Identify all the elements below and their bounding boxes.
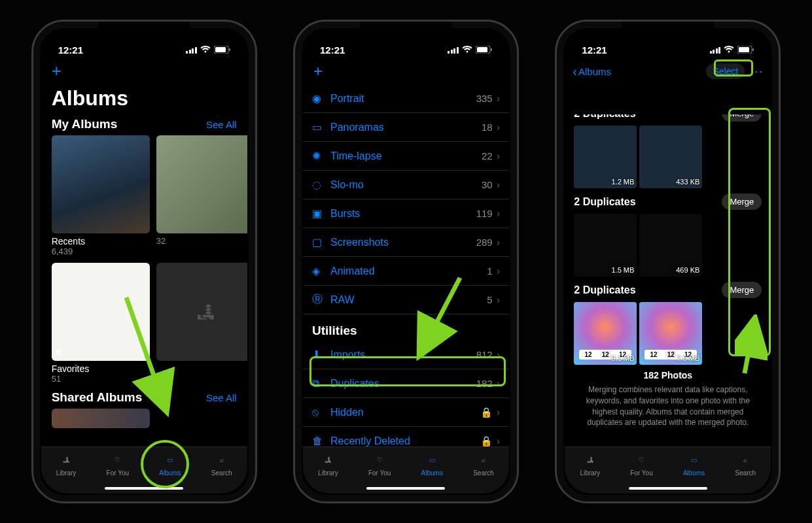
duplicate-thumb[interactable]: 12 12 127.9 MB: [639, 302, 702, 365]
see-all-link[interactable]: See All: [206, 119, 237, 130]
duplicates-icon: ⧉: [312, 378, 330, 390]
row-recently-deleted[interactable]: 🗑Recently Deleted🔒›: [303, 427, 509, 447]
group-title: 2 Duplicates: [574, 284, 635, 296]
signal-icon: [186, 47, 197, 54]
row-raw[interactable]: ⓇRAW5›: [303, 286, 509, 314]
nav-bar: ‹Albums Select ⋯: [565, 58, 771, 84]
timelapse-icon: ✺: [312, 150, 330, 162]
merge-button[interactable]: Merge: [722, 282, 762, 298]
duplicate-group: 2 Duplicates Merge 1.5 MB 469 KB: [565, 194, 771, 277]
duplicate-thumb[interactable]: 1.2 MB: [574, 126, 637, 188]
page-title: Duplicates: [565, 84, 771, 114]
add-button[interactable]: +: [52, 61, 237, 81]
row-imports[interactable]: ⬇Imports812›: [303, 341, 509, 369]
more-button[interactable]: ⋯: [750, 63, 763, 79]
home-indicator[interactable]: [105, 487, 183, 490]
tab-search[interactable]: ⌕Search: [735, 451, 756, 477]
screen: 12:21 + Albums My Albums See All Recents: [41, 29, 247, 494]
screen: 12:21 ‹Albums Select ⋯ Duplicates 2 Dupl…: [565, 29, 771, 494]
svg-rect-5: [477, 47, 487, 52]
tab-for-you[interactable]: ♡For You: [630, 451, 652, 477]
svg-rect-2: [229, 48, 230, 51]
row-bursts[interactable]: ▣Bursts119›: [303, 199, 509, 228]
signal-icon: [448, 47, 459, 54]
imports-icon: ⬇: [312, 348, 330, 361]
tab-search[interactable]: ⌕Search: [473, 451, 494, 477]
slomo-icon: ◌: [312, 178, 330, 191]
duplicate-thumb[interactable]: 1.5 MB: [574, 214, 637, 277]
status-time: 12:21: [320, 44, 345, 56]
select-button[interactable]: Select: [706, 63, 745, 79]
album-count: 32: [156, 236, 247, 246]
home-indicator[interactable]: [629, 487, 707, 490]
status-right: [710, 44, 754, 56]
lock-icon: 🔒: [480, 407, 493, 418]
group-title: 2 Duplicates: [574, 196, 635, 208]
status-time: 12:21: [582, 44, 607, 56]
phone-duplicates-screen: 12:21 ‹Albums Select ⋯ Duplicates 2 Dupl…: [555, 20, 781, 503]
phone-albums-screen: 12:21 + Albums My Albums See All Recents: [31, 20, 257, 503]
row-panoramas[interactable]: ▭Panoramas18›: [303, 113, 509, 142]
row-slomo[interactable]: ◌Slo-mo30›: [303, 171, 509, 199]
battery-icon: [737, 44, 754, 56]
tab-library[interactable]: 🏞Library: [580, 451, 600, 477]
section-utilities: Utilities: [303, 314, 509, 341]
album-name: Recents: [52, 236, 150, 246]
tab-search[interactable]: ⌕Search: [211, 451, 232, 477]
add-button[interactable]: +: [313, 62, 323, 80]
screenshots-icon: ▢: [312, 236, 330, 248]
album-recents[interactable]: Recents 6,439: [52, 135, 150, 256]
tab-albums[interactable]: ▭Albums: [421, 451, 443, 477]
hidden-icon: ⦸: [312, 407, 330, 418]
content: + Albums My Albums See All Recents 6,439: [41, 58, 247, 447]
album-item[interactable]: 32: [156, 135, 247, 256]
merge-button[interactable]: Merge: [722, 114, 762, 122]
merge-button[interactable]: Merge: [722, 194, 762, 210]
bursts-icon: ▣: [312, 207, 330, 220]
battery-icon: [214, 44, 230, 56]
album-count: 51: [52, 374, 150, 384]
section-my-albums: My Albums: [52, 117, 118, 131]
svg-rect-9: [739, 47, 749, 52]
row-duplicates[interactable]: ⧉Duplicates182›: [303, 369, 509, 398]
row-animated[interactable]: ◈Animated1›: [303, 257, 509, 286]
section-shared-albums: Shared Albums: [52, 390, 143, 405]
notch: [622, 22, 714, 41]
wifi-icon: [724, 44, 734, 56]
album-favorites[interactable]: ♥ Favorites 51: [52, 263, 150, 384]
row-hidden[interactable]: ⦸Hidden🔒›: [303, 398, 509, 427]
duplicate-thumb[interactable]: 12 12 129.1 MB: [574, 302, 637, 365]
row-portrait[interactable]: ◉Portrait335›: [303, 84, 509, 113]
album-item[interactable]: 🏞: [156, 263, 247, 384]
tab-library[interactable]: 🏞Library: [56, 451, 77, 477]
tab-library[interactable]: 🏞Library: [318, 451, 338, 477]
row-timelapse[interactable]: ✺Time-lapse22›: [303, 142, 509, 171]
row-screenshots[interactable]: ▢Screenshots289›: [303, 228, 509, 257]
status-right: [186, 44, 230, 56]
battery-icon: [476, 44, 492, 56]
albums-list[interactable]: ◉Portrait335› ▭Panoramas18› ✺Time-lapse2…: [303, 84, 509, 447]
svg-rect-1: [215, 47, 226, 52]
page-title: Albums: [52, 86, 237, 110]
chevron-icon: ›: [497, 93, 500, 105]
tab-for-you[interactable]: ♡For You: [107, 451, 129, 477]
back-button[interactable]: ‹Albums: [573, 64, 611, 79]
wifi-icon: [200, 44, 211, 56]
phone-albums-list-screen: 12:21 + Albums ◉Portrait335› ▭Panoramas1…: [293, 20, 519, 503]
photo-count: 182 Photos: [565, 370, 771, 380]
tab-albums[interactable]: ▭Albums: [683, 451, 705, 477]
see-all-link[interactable]: See All: [206, 392, 237, 403]
shared-album-thumb[interactable]: [52, 409, 150, 428]
nav-bar: + Albums: [303, 58, 509, 84]
tab-for-you[interactable]: ♡For You: [368, 451, 391, 477]
duplicate-thumb[interactable]: 469 KB: [639, 214, 702, 277]
animated-icon: ◈: [312, 265, 330, 277]
notch: [360, 22, 451, 41]
portrait-icon: ◉: [312, 92, 330, 105]
nav-title: Albums: [387, 65, 425, 77]
home-indicator[interactable]: [366, 487, 445, 490]
tab-albums[interactable]: ▭Albums: [159, 451, 181, 477]
duplicate-thumb[interactable]: 433 KB: [639, 126, 702, 188]
signal-icon: [710, 47, 721, 54]
duplicates-content[interactable]: 2 Duplicates Merge 1.2 MB 433 KB 2 Dupli…: [565, 114, 771, 447]
